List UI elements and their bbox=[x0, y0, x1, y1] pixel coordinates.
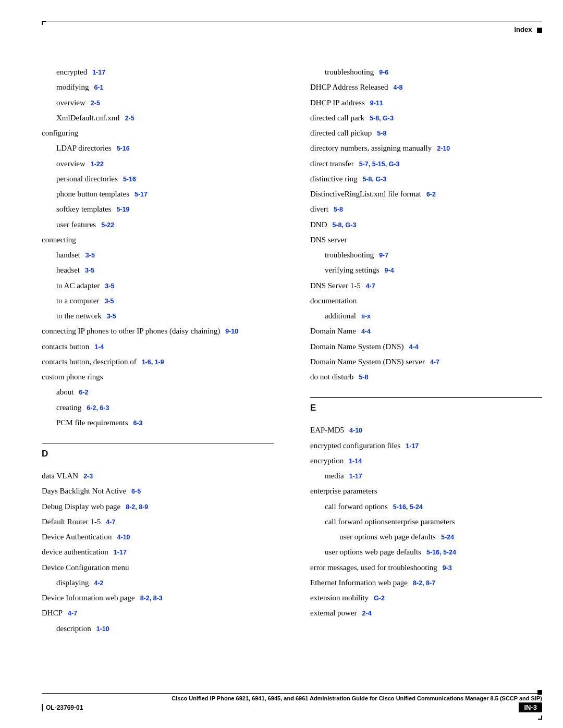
index-page-ref[interactable]: 8-2, 8-3 bbox=[140, 595, 163, 602]
index-term: displaying bbox=[56, 578, 89, 587]
index-entry: data VLAN2-3 bbox=[42, 468, 274, 484]
index-page-ref[interactable]: 6-2 bbox=[79, 389, 88, 396]
index-page-ref[interactable]: 4-7 bbox=[430, 359, 439, 366]
index-page-ref[interactable]: 5-16 bbox=[117, 145, 130, 152]
index-term: directory numbers, assigning manually bbox=[310, 144, 432, 152]
header-square-icon bbox=[537, 28, 542, 33]
index-page-ref[interactable]: 3-5 bbox=[107, 313, 116, 320]
index-term: verifying settings bbox=[325, 266, 380, 274]
index-page-ref[interactable]: 4-2 bbox=[94, 579, 104, 587]
index-page-ref[interactable]: 9-3 bbox=[443, 564, 452, 572]
index-page-ref[interactable]: 2-5 bbox=[125, 115, 134, 122]
index-page-ref[interactable]: 4-7 bbox=[366, 282, 375, 290]
index-entry: Device Information web page8-2, 8-3 bbox=[42, 590, 274, 606]
index-page-ref[interactable]: 5-17 bbox=[134, 191, 148, 198]
index-entry: error messages, used for troubleshooting… bbox=[310, 560, 542, 575]
index-page-ref[interactable]: 5-22 bbox=[101, 221, 114, 229]
index-page-ref[interactable]: 8-2, 8-7 bbox=[413, 579, 435, 587]
index-page-ref[interactable]: 1-17 bbox=[406, 442, 419, 450]
index-page-ref[interactable]: 5-7, 5-15, G-3 bbox=[359, 161, 400, 168]
index-page-ref[interactable]: 5-8, G-3 bbox=[370, 115, 394, 122]
index-page-ref[interactable]: 9-11 bbox=[370, 100, 383, 107]
index-page-ref[interactable]: G-2 bbox=[374, 595, 385, 602]
index-page-ref[interactable]: 5-16, 5-24 bbox=[393, 503, 423, 511]
index-page-ref[interactable]: 5-8, G-3 bbox=[333, 221, 357, 229]
index-page-ref[interactable]: 5-8 bbox=[334, 206, 343, 213]
index-entry: enterprise parameters bbox=[310, 484, 542, 499]
index-term: call forward optionsenterprise parameter… bbox=[325, 517, 455, 526]
index-page-ref[interactable]: 6-5 bbox=[131, 488, 141, 495]
index-page-ref[interactable]: 4-10 bbox=[349, 427, 362, 434]
index-entry: DistinctiveRingList.xml file format6-2 bbox=[310, 187, 542, 202]
index-term: encryption bbox=[310, 456, 344, 465]
index-page-ref[interactable]: 9-7 bbox=[379, 252, 388, 259]
index-page-ref[interactable]: 9-6 bbox=[379, 69, 388, 76]
index-page-ref[interactable]: 5-8 bbox=[377, 130, 386, 137]
index-page-ref[interactable]: 4-8 bbox=[393, 84, 402, 91]
index-page-ref[interactable]: 2-5 bbox=[91, 100, 100, 107]
index-entry: Default Router 1-54-7 bbox=[42, 514, 274, 529]
index-page-ref[interactable]: 1-17 bbox=[349, 473, 362, 480]
index-entry: contacts button, description of1-6, 1-9 bbox=[42, 354, 274, 369]
index-entry: configuring bbox=[42, 126, 274, 141]
index-term: personal directories bbox=[56, 175, 118, 183]
index-page-ref[interactable]: ii-x bbox=[361, 313, 371, 320]
index-entry: EAP-MD54-10 bbox=[310, 423, 542, 438]
index-page-ref[interactable]: 6-3 bbox=[133, 419, 142, 427]
index-page-ref[interactable]: 4-4 bbox=[361, 328, 371, 335]
index-page-ref[interactable]: 3-5 bbox=[104, 298, 114, 305]
index-page-ref[interactable]: 5-16 bbox=[123, 176, 136, 183]
index-entry: Domain Name4-4 bbox=[310, 324, 542, 339]
index-page-ref[interactable]: 1-22 bbox=[91, 161, 104, 168]
index-entry: Days Backlight Not Active6-5 bbox=[42, 484, 274, 499]
index-page-ref[interactable]: 8-2, 8-9 bbox=[126, 503, 148, 511]
index-entry: creating6-2, 6-3 bbox=[42, 400, 274, 415]
index-page-ref[interactable]: 1-17 bbox=[92, 69, 105, 76]
index-entry: overview2-5 bbox=[42, 95, 274, 110]
index-entry: encrypted1-17 bbox=[42, 65, 274, 80]
index-page-ref[interactable]: 6-2, 6-3 bbox=[87, 404, 109, 412]
index-page-ref[interactable]: 9-4 bbox=[385, 267, 394, 274]
index-page-ref[interactable]: 3-5 bbox=[85, 252, 95, 259]
right-column: troubleshooting9-6DHCP Address Released4… bbox=[310, 65, 542, 636]
index-page-ref[interactable]: 1-17 bbox=[114, 549, 127, 556]
index-term: overview bbox=[56, 159, 85, 168]
index-term: enterprise parameters bbox=[310, 487, 377, 495]
index-page-ref[interactable]: 9-10 bbox=[225, 328, 238, 335]
index-page-ref[interactable]: 4-7 bbox=[106, 519, 115, 526]
index-page-ref[interactable]: 1-14 bbox=[349, 458, 362, 465]
index-columns: encrypted1-17modifying6-1overview2-5XmlD… bbox=[42, 65, 542, 636]
index-page-ref[interactable]: 5-16, 5-24 bbox=[426, 549, 456, 556]
index-term: creating bbox=[56, 403, 81, 412]
index-page-ref[interactable]: 1-6, 1-9 bbox=[142, 359, 164, 366]
index-page-ref[interactable]: 5-8 bbox=[359, 374, 368, 381]
index-page-ref[interactable]: 5-19 bbox=[116, 206, 129, 213]
index-page-ref[interactable]: 2-3 bbox=[83, 473, 93, 480]
index-entry: verifying settings9-4 bbox=[310, 263, 542, 278]
index-entry: LDAP directories5-16 bbox=[42, 141, 274, 156]
index-entry: call forward optionsenterprise parameter… bbox=[310, 514, 542, 529]
index-page-ref[interactable]: 4-10 bbox=[117, 534, 130, 541]
index-page-ref[interactable]: 1-4 bbox=[94, 343, 104, 351]
footer-square-icon bbox=[537, 690, 542, 695]
index-page-ref[interactable]: 1-10 bbox=[96, 625, 109, 633]
index-page-ref[interactable]: 5-24 bbox=[441, 534, 454, 541]
index-page-ref[interactable]: 6-1 bbox=[94, 84, 104, 91]
index-page-ref[interactable]: 4-7 bbox=[68, 610, 77, 617]
index-page-ref[interactable]: 3-5 bbox=[85, 267, 94, 274]
index-term: EAP-MD5 bbox=[310, 426, 344, 434]
index-page-ref[interactable]: 3-5 bbox=[105, 282, 114, 290]
page-footer: Cisco Unified IP Phone 6921, 6941, 6945,… bbox=[42, 690, 542, 712]
index-page-ref[interactable]: 4-4 bbox=[409, 343, 419, 351]
index-page-ref[interactable]: 6-2 bbox=[426, 191, 436, 198]
crop-mark-bottom bbox=[538, 715, 542, 720]
index-page-ref[interactable]: 2-10 bbox=[437, 145, 450, 152]
index-page-ref[interactable]: 5-8, G-3 bbox=[362, 176, 386, 183]
index-term: troubleshooting bbox=[325, 68, 374, 76]
index-term: connecting IP phones to other IP phones … bbox=[42, 327, 220, 335]
index-entry: Ethernet Information web page8-2, 8-7 bbox=[310, 575, 542, 590]
index-page-ref[interactable]: 2-4 bbox=[362, 610, 372, 617]
index-term: about bbox=[56, 388, 74, 396]
index-term: DNS Server 1-5 bbox=[310, 281, 361, 290]
letter-section-e: E EAP-MD54-10encrypted configuration fil… bbox=[310, 397, 542, 621]
